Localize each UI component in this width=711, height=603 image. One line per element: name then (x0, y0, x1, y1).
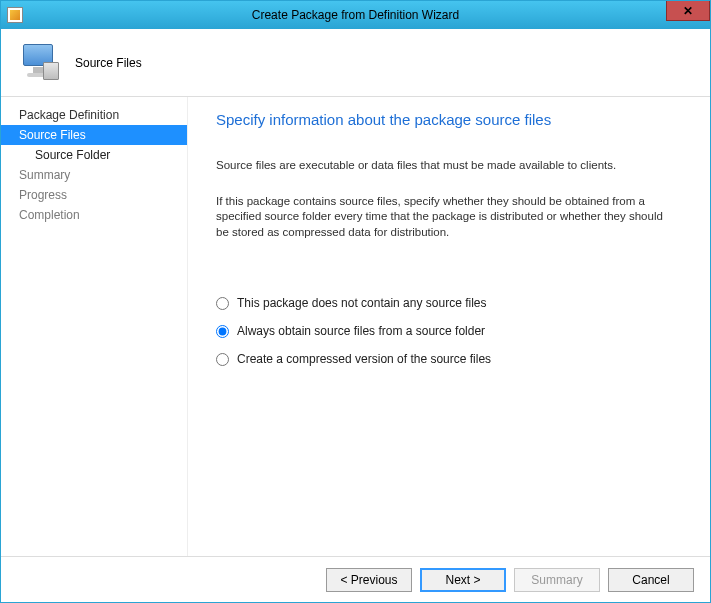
source-option-group: This package does not contain any source… (216, 296, 682, 366)
option-no-source-radio[interactable] (216, 297, 229, 310)
close-button[interactable]: ✕ (666, 1, 710, 21)
sidebar-item-summary[interactable]: Summary (1, 165, 187, 185)
wizard-header: Source Files (1, 29, 710, 97)
option-label: This package does not contain any source… (237, 296, 486, 310)
option-compressed[interactable]: Create a compressed version of the sourc… (216, 352, 682, 366)
summary-button: Summary (514, 568, 600, 592)
option-label: Create a compressed version of the sourc… (237, 352, 491, 366)
content-heading: Specify information about the package so… (216, 111, 682, 128)
sidebar-item-package-definition[interactable]: Package Definition (1, 105, 187, 125)
sidebar-item-source-folder[interactable]: Source Folder (1, 145, 187, 165)
step-sidebar: Package Definition Source Files Source F… (1, 97, 187, 556)
option-no-source[interactable]: This package does not contain any source… (216, 296, 682, 310)
previous-button[interactable]: < Previous (326, 568, 412, 592)
option-always-obtain-radio[interactable] (216, 325, 229, 338)
intro-text-2: If this package contains source files, s… (216, 194, 682, 241)
cancel-button[interactable]: Cancel (608, 568, 694, 592)
titlebar: Create Package from Definition Wizard ✕ (1, 1, 710, 29)
content-pane: Specify information about the package so… (187, 97, 710, 556)
computer-icon (19, 42, 61, 84)
step-title: Source Files (75, 56, 142, 70)
wizard-body: Package Definition Source Files Source F… (1, 97, 710, 556)
sidebar-item-completion[interactable]: Completion (1, 205, 187, 225)
intro-text-1: Source files are executable or data file… (216, 158, 682, 174)
wizard-footer: < Previous Next > Summary Cancel (1, 556, 710, 602)
window-title: Create Package from Definition Wizard (1, 8, 710, 22)
option-compressed-radio[interactable] (216, 353, 229, 366)
close-icon: ✕ (683, 4, 693, 18)
sidebar-item-source-files[interactable]: Source Files (1, 125, 187, 145)
option-always-obtain[interactable]: Always obtain source files from a source… (216, 324, 682, 338)
sidebar-item-progress[interactable]: Progress (1, 185, 187, 205)
next-button[interactable]: Next > (420, 568, 506, 592)
option-label: Always obtain source files from a source… (237, 324, 485, 338)
